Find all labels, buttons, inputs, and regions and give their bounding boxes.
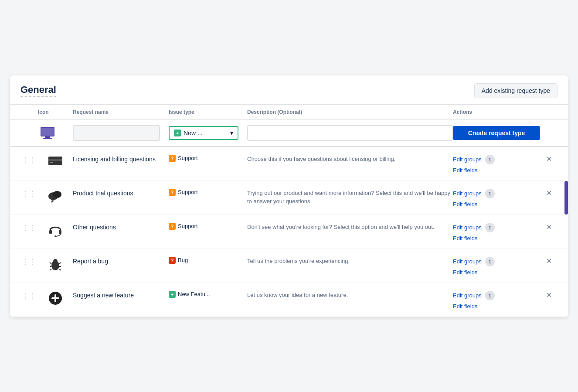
edit-groups-link[interactable]: Edit groups [453,224,482,231]
group-count-badge: 1 [485,257,495,266]
col-actions: Actions [453,109,540,115]
issue-type-badge: ? Support [169,222,247,230]
request-name-cell: Licensing and billing questions [73,154,169,164]
remove-row-button[interactable]: ✕ [540,290,558,300]
row-icon-chat [38,188,73,204]
table-row: ⋮⋮ Product trial questions ? Support Try… [10,181,568,215]
issue-type-icon: ? [169,257,176,264]
edit-groups-row: Edit groups 1 [453,257,540,266]
svg-rect-22 [51,297,59,299]
issue-type-dropdown[interactable]: + New ... ▾ [169,126,238,140]
monitor-icon [38,125,57,141]
remove-row-button[interactable]: ✕ [540,222,558,232]
edit-fields-row: Edit fields [453,269,540,276]
new-issue-label: New ... [184,130,203,136]
edit-fields-link[interactable]: Edit fields [453,201,477,208]
table-row: ⋮⋮ Report a bug ? Bug Tell us the proble… [10,249,568,283]
rows-container: ⋮⋮ Licensing and billing questions ? Sup… [10,147,568,317]
description-cell: Don't see what you're looking for? Selec… [247,222,453,232]
request-name-cell: Other questions [73,222,169,232]
issue-type-badge: ? Bug [169,256,247,264]
issue-type-label: Support [178,223,198,229]
col-icon: Icon [38,109,73,115]
svg-point-8 [53,191,61,198]
row-icon-billing [38,154,73,167]
request-name-cell: Product trial questions [73,188,169,198]
edit-groups-link[interactable]: Edit groups [453,190,482,197]
edit-fields-link[interactable]: Edit fields [453,167,477,174]
drag-handle[interactable]: ⋮⋮ [20,188,38,198]
issue-type-label: Support [178,189,198,195]
svg-rect-1 [45,136,50,138]
remove-row-button[interactable]: ✕ [540,188,558,198]
col-description: Description (Optional) [247,109,453,115]
svg-rect-5 [48,159,62,161]
col-drag [20,109,38,115]
edit-groups-row: Edit groups 1 [453,155,540,164]
table-row: ⋮⋮ Other questions ? Support Don't see w… [10,215,568,249]
remove-row-button[interactable]: ✕ [540,154,558,164]
svg-rect-9 [49,230,52,234]
svg-point-11 [54,235,56,237]
new-issue-icon: + [174,130,181,136]
issue-type-icon: ? [169,155,176,162]
edit-groups-link[interactable]: Edit groups [453,292,482,299]
issue-type-label: Support [178,155,198,161]
remove-row-button[interactable]: ✕ [540,256,558,266]
request-name-input[interactable] [73,125,160,141]
add-existing-button[interactable]: Add existing request type [474,83,558,98]
issue-type-badge: ? Support [169,154,247,162]
issue-type-icon: + [169,291,176,298]
row-icon-bug [38,256,73,272]
edit-groups-link[interactable]: Edit groups [453,156,482,163]
group-count-badge: 1 [485,291,495,300]
row-icon-headset [38,222,73,238]
issue-type-label: Bug [178,257,188,263]
edit-fields-row: Edit fields [453,303,540,310]
svg-line-15 [59,262,61,264]
drag-handle[interactable]: ⋮⋮ [20,290,38,300]
svg-line-14 [50,262,51,264]
col-issue-type: Issue type [169,109,247,115]
description-cell: Trying out our product and want more inf… [247,188,453,206]
request-name-cell: Suggest a new feature [73,290,169,300]
row-icon-plus [38,290,73,306]
issue-type-badge: + New Featu... [169,290,247,298]
edit-groups-row: Edit groups 1 [453,291,540,300]
group-count-badge: 1 [485,223,495,232]
svg-rect-3 [41,128,54,136]
actions-cell: Edit groups 1 Edit fields [453,256,540,276]
drag-handle[interactable]: ⋮⋮ [20,154,38,164]
svg-line-18 [50,269,51,270]
create-request-type-button[interactable]: Create request type [453,126,540,140]
edit-fields-row: Edit fields [453,201,540,208]
group-count-badge: 1 [485,189,495,198]
edit-groups-row: Edit groups 1 [453,189,540,198]
drag-handle[interactable]: ⋮⋮ [20,256,38,266]
svg-line-19 [59,269,61,270]
description-cell: Let us know your idea for a new feature. [247,290,453,300]
description-cell: Tell us the problems you're experiencing… [247,256,453,266]
description-input[interactable] [247,125,453,141]
edit-groups-row: Edit groups 1 [453,223,540,232]
page-header: General Add existing request type [10,75,568,105]
actions-cell: Edit groups 1 Edit fields [453,222,540,242]
issue-type-badge: ? Support [169,188,247,196]
group-count-badge: 1 [485,155,495,164]
table-row: ⋮⋮ Licensing and billing questions ? Sup… [10,147,568,181]
actions-cell: Edit groups 1 Edit fields [453,154,540,174]
page-title: General [20,84,56,97]
scroll-indicator[interactable] [564,181,568,215]
edit-fields-link[interactable]: Edit fields [453,235,477,242]
edit-fields-link[interactable]: Edit fields [453,269,477,276]
drag-handle[interactable]: ⋮⋮ [20,222,38,232]
issue-type-icon: ? [169,223,176,230]
issue-type-label: New Featu... [178,291,210,297]
edit-fields-link[interactable]: Edit fields [453,303,477,310]
issue-type-icon: ? [169,189,176,196]
edit-groups-link[interactable]: Edit groups [453,258,482,265]
description-cell: Choose this if you have questions about … [247,154,453,164]
actions-cell: Edit groups 1 Edit fields [453,188,540,208]
col-request-name: Request name [73,109,169,115]
svg-rect-2 [43,138,52,139]
